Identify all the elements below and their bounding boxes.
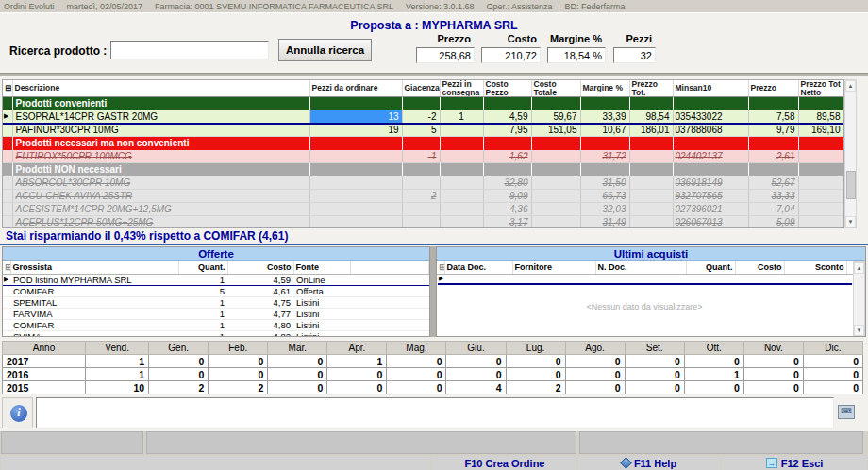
vendite-column-header: Gen.	[149, 342, 209, 355]
total-value-box: 32	[613, 47, 656, 63]
row-indicator-icon: ▶	[439, 275, 443, 281]
ultimi-column-header[interactable]: Quant.	[686, 261, 735, 274]
grid-column-header[interactable]: Costo Pezzo	[483, 80, 531, 97]
offerte-column-header[interactable]: Fonte	[293, 261, 350, 274]
product-cell[interactable]	[309, 190, 402, 203]
product-description[interactable]: ACESISTEM*14CPR 20MG+12,5MG	[12, 203, 309, 216]
product-cell[interactable]: 13	[309, 110, 402, 124]
expand-grid-icon[interactable]: ⊞	[437, 261, 444, 274]
offerta-row[interactable]: SVIMA14,82Listini	[3, 330, 429, 337]
section-indicator-cell	[3, 163, 12, 176]
product-cell: 10,67	[580, 124, 629, 137]
product-cell: 7,04	[748, 203, 798, 216]
grid-column-header[interactable]: Margine %	[580, 80, 629, 97]
product-row[interactable]: ACEPLUS*12CPR 50MG+25MG3,1731,4902606701…	[3, 216, 843, 229]
row-indicator	[3, 190, 12, 203]
total-value-box: 18,54 %	[547, 47, 606, 63]
grid-column-header[interactable]: Prezzo Tot.	[629, 80, 673, 97]
product-cell[interactable]	[309, 150, 402, 163]
row-indicator	[3, 216, 12, 229]
product-row[interactable]: ACESISTEM*14CPR 20MG+12,5MG4,3632,030273…	[3, 203, 843, 216]
ultimi-column-header[interactable]: Data Doc.	[444, 261, 512, 274]
keyboard-button[interactable]: ⌨	[838, 405, 855, 419]
product-cell[interactable]	[309, 216, 402, 229]
f10-crea-ordine-button[interactable]: F10 Crea Ordine	[433, 456, 576, 470]
app-title: Ordini Evoluti	[4, 2, 55, 11]
section-cell	[629, 137, 673, 150]
product-cell: 037888068	[673, 124, 748, 137]
offerte-column-header[interactable]: Costo	[227, 261, 293, 274]
ultimi-column-header[interactable]: Costo	[735, 261, 784, 274]
grid-column-header[interactable]: Pezzi in consegna	[440, 80, 483, 97]
product-cell: 32,80	[483, 176, 531, 190]
product-description[interactable]: ACEPLUS*12CPR 50MG+25MG	[12, 216, 309, 229]
product-description[interactable]: ACCU-CHEK AVIVA 25STR	[12, 190, 309, 203]
offerte-column-header[interactable]: Grossista	[10, 261, 178, 274]
grid-column-header[interactable]: Pezzi da ordinare	[309, 80, 402, 97]
scroll-up-icon[interactable]: ▲	[854, 262, 864, 274]
message-box[interactable]	[36, 397, 834, 428]
grid-column-header[interactable]: Giacenza	[402, 80, 440, 97]
product-cell[interactable]	[309, 203, 402, 216]
offerta-filler	[350, 319, 429, 330]
scroll-up-icon[interactable]: ▲	[845, 80, 856, 92]
section-cell	[440, 137, 483, 150]
ultimi-column-header[interactable]: N. Doc.	[595, 261, 686, 274]
f11-help-button[interactable]: F11 Help	[578, 456, 720, 470]
product-description[interactable]: ABSORCOL*30CPR 10MG	[12, 176, 309, 190]
product-cell	[531, 216, 580, 229]
grid-column-header[interactable]: Prezzo	[748, 80, 798, 97]
ultimi-column-header[interactable]: Fornitore	[512, 261, 595, 274]
offerta-row[interactable]: SPEMITAL14,75Listini	[3, 296, 429, 308]
product-cell[interactable]	[309, 176, 402, 190]
ultimi-selected-row[interactable]: ▶	[438, 275, 852, 285]
search-input[interactable]	[110, 41, 269, 59]
product-description[interactable]: EUTIROX*50CPR 100MCG	[12, 150, 309, 163]
scroll-down-icon[interactable]: ▼	[845, 216, 856, 227]
savings-underline	[0, 244, 868, 245]
product-cell	[798, 150, 843, 163]
offerta-row[interactable]: COMIFAR14,80Listini	[3, 319, 429, 330]
cancel-search-button[interactable]: Annulla ricerca	[278, 39, 372, 61]
vendite-value: 0	[743, 368, 803, 381]
product-cell: 89,58	[798, 110, 843, 124]
offerte-column-header[interactable]: Quant.	[178, 261, 227, 274]
product-cell	[798, 190, 843, 203]
offerta-row[interactable]: FARVIMA14,77Listini	[3, 308, 429, 319]
grid-column-header[interactable]: Costo Totale	[531, 80, 580, 97]
grid-column-header[interactable]: Prezzo Tot Netto	[798, 80, 843, 97]
info-icon[interactable]: i	[10, 405, 27, 422]
expand-grid-icon[interactable]: ⊞	[3, 261, 10, 274]
offerta-row[interactable]: COMIFAR54,61Offerta	[3, 285, 429, 296]
vendite-anno: 2017	[3, 355, 86, 368]
ultimi-scrollbar[interactable]: ▲ ▼	[853, 261, 865, 337]
vendite-column-header: Mar.	[268, 342, 327, 355]
product-cell: 2	[402, 190, 440, 203]
vendite-value: 0	[743, 355, 803, 368]
vendite-value: 0	[209, 355, 268, 368]
product-row[interactable]: EUTIROX*50CPR 100MCG-11,6231,72024402137…	[3, 150, 843, 163]
f12-esci-button[interactable]: → F12 Esci	[722, 456, 867, 470]
product-row[interactable]: ACCU-CHEK AVIVA 25STR29,0966,73932707565…	[3, 190, 843, 203]
offerta-fonte: Offerta	[293, 285, 350, 296]
product-row[interactable]: ▶ESOPRAL*14CPR GASTR 20MG13-214,5959,673…	[3, 110, 843, 124]
offerte-column-filler	[350, 261, 429, 274]
product-row[interactable]: ABSORCOL*30CPR 10MG32,8031,5003691814952…	[3, 176, 843, 190]
product-cell[interactable]: 19	[309, 124, 402, 137]
product-description[interactable]: ESOPRAL*14CPR GASTR 20MG	[12, 110, 309, 124]
grid-scroll-thumb[interactable]	[846, 171, 856, 199]
grid-scrollbar[interactable]: ▲ ▼	[844, 79, 857, 228]
grid-section-row: Prodotti NON necessari	[3, 163, 843, 176]
vendite-value: 0	[565, 381, 625, 394]
product-row[interactable]: PAFINUR*30CPR 10MG1957,95151,0510,67186,…	[3, 124, 843, 137]
scroll-down-icon[interactable]: ▼	[854, 325, 864, 336]
grid-column-header[interactable]: Minsan10	[673, 80, 748, 97]
vendite-value: 0	[565, 368, 625, 381]
grid-column-header[interactable]: Descrizione	[12, 80, 309, 97]
total-label: Pezzi	[613, 33, 656, 46]
product-cell: 035433022	[673, 110, 748, 124]
ultimi-column-header[interactable]: Sconto	[784, 261, 846, 274]
offerta-row[interactable]: ▶POD listino MYPHARMA SRL14,59OnLine	[3, 274, 429, 285]
expand-grid-icon[interactable]: ⊞	[3, 80, 12, 97]
product-description[interactable]: PAFINUR*30CPR 10MG	[12, 124, 309, 137]
